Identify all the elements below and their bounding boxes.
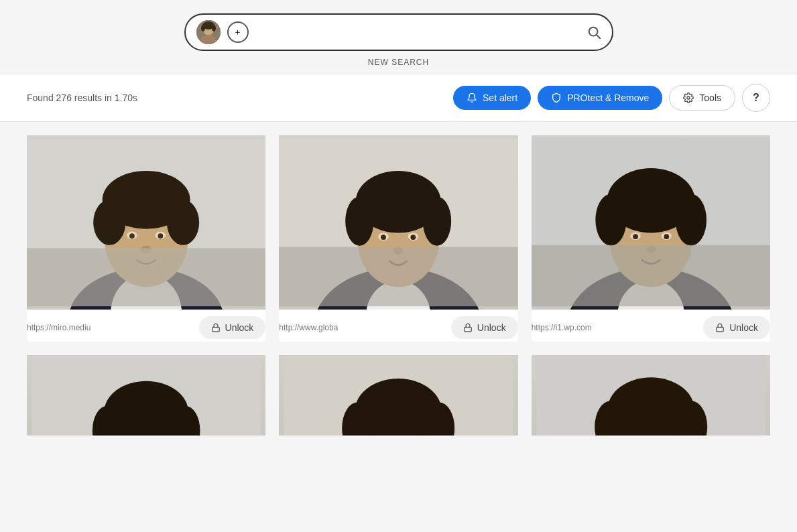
lock-icon-1 <box>211 323 221 332</box>
result-image-3 <box>532 135 770 310</box>
results-count: Found 276 results in 1.70s <box>27 92 137 103</box>
svg-point-51 <box>664 234 669 239</box>
svg-point-36 <box>411 235 416 240</box>
search-bar: ＋ <box>184 13 613 51</box>
result-card-2: http://www.globa Unlock <box>279 135 517 342</box>
svg-point-17 <box>167 200 199 245</box>
lock-icon-2 <box>463 323 473 332</box>
search-icon <box>587 25 601 40</box>
result-url-1: https://miro.mediu <box>27 323 90 332</box>
svg-point-8 <box>687 96 690 99</box>
set-alert-label: Set alert <box>483 92 517 103</box>
result-image-1 <box>27 135 265 310</box>
svg-point-32 <box>423 196 451 245</box>
svg-point-5 <box>212 25 216 31</box>
svg-point-46 <box>595 194 626 246</box>
header: ＋ NEW SEARCH <box>0 0 797 74</box>
set-alert-button[interactable]: Set alert <box>453 86 531 110</box>
help-icon: ? <box>753 92 759 104</box>
unlock-button-3[interactable]: Unlock <box>703 316 770 339</box>
svg-rect-23 <box>27 249 265 307</box>
unlock-button-1[interactable]: Unlock <box>199 316 266 339</box>
gear-icon <box>683 92 694 103</box>
toolbar-actions: Set alert PROtect & Remove Tools ? <box>453 84 770 112</box>
svg-point-4 <box>201 25 205 31</box>
search-add-button[interactable]: ＋ <box>227 21 249 43</box>
search-avatar <box>196 20 221 44</box>
protect-remove-button[interactable]: PROtect & Remove <box>538 86 662 110</box>
svg-point-35 <box>381 235 386 240</box>
bell-icon <box>467 92 477 103</box>
svg-point-21 <box>158 233 163 239</box>
results-grid: https://miro.mediu Unlock <box>0 122 797 449</box>
svg-point-20 <box>129 233 135 239</box>
unlock-button-2[interactable]: Unlock <box>451 316 518 339</box>
svg-point-31 <box>346 196 374 245</box>
plus-icon: ＋ <box>233 26 242 38</box>
result-image-2 <box>279 135 517 310</box>
result-image-5 <box>279 355 517 436</box>
result-footer-2: http://www.globa Unlock <box>279 310 517 342</box>
result-url-3: https://i1.wp.com <box>532 323 592 332</box>
unlock-label-1: Unlock <box>225 322 254 333</box>
svg-line-7 <box>597 35 600 38</box>
svg-point-16 <box>93 200 125 245</box>
result-image-4 <box>27 355 265 436</box>
unlock-label-2: Unlock <box>477 322 506 333</box>
tools-label: Tools <box>699 92 721 103</box>
svg-rect-54 <box>717 327 724 331</box>
result-footer-1: https://miro.mediu Unlock <box>27 310 265 342</box>
search-button[interactable] <box>587 25 601 40</box>
svg-point-50 <box>633 234 638 239</box>
toolbar: Found 276 results in 1.70s Set alert PRO… <box>0 74 797 122</box>
result-card-6 <box>532 355 770 436</box>
new-search-link[interactable]: NEW SEARCH <box>368 58 429 67</box>
result-url-2: http://www.globa <box>279 323 338 332</box>
result-card-3: https://i1.wp.com Unlock <box>532 135 770 342</box>
help-button[interactable]: ? <box>742 84 770 112</box>
tools-button[interactable]: Tools <box>669 85 735 111</box>
result-card-4 <box>27 355 265 436</box>
svg-rect-24 <box>212 327 219 331</box>
shield-icon <box>551 92 562 103</box>
protect-remove-label: PROtect & Remove <box>567 92 649 103</box>
result-card-1: https://miro.mediu Unlock <box>27 135 265 342</box>
result-image-6 <box>532 355 770 436</box>
svg-rect-53 <box>532 245 770 306</box>
search-input[interactable] <box>255 26 580 38</box>
svg-rect-38 <box>279 247 517 307</box>
svg-point-47 <box>675 194 706 246</box>
result-card-5 <box>279 355 517 436</box>
result-footer-3: https://i1.wp.com Unlock <box>532 310 770 342</box>
svg-rect-39 <box>465 327 472 331</box>
unlock-label-3: Unlock <box>729 322 758 333</box>
lock-icon-3 <box>715 323 725 332</box>
